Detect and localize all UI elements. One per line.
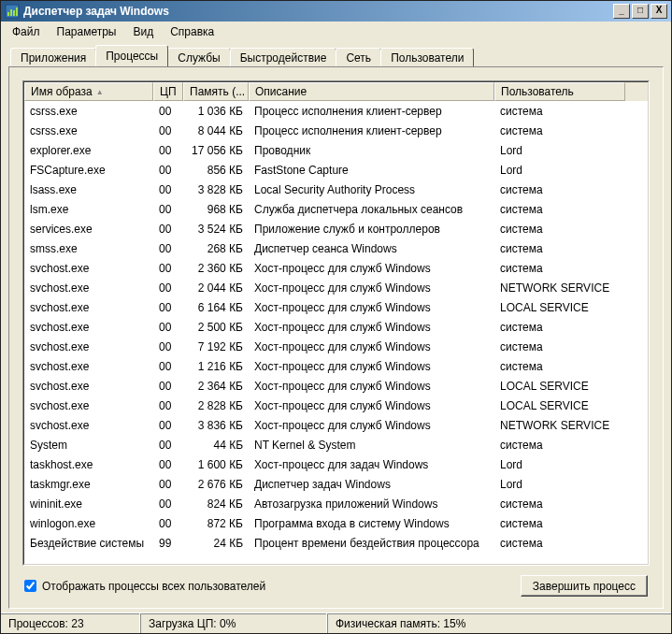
table-row[interactable]: svchost.exe001 216 КБХост-процесс для сл… [24,356,648,376]
cell: Служба диспетчера локальных сеансов [249,203,494,216]
cell: svchost.exe [24,281,153,295]
tab-Процессы[interactable]: Процессы [95,45,168,66]
process-list[interactable]: Имя образаЦППамять (...ОписаниеПользоват… [22,80,650,566]
table-row[interactable]: smss.exe00268 КБДиспетчер сеанса Windows… [24,238,648,258]
table-row[interactable]: svchost.exe002 828 КБХост-процесс для сл… [24,396,648,415]
cell: 00 [153,517,183,530]
status-mem: Физическая память: 15% [328,613,671,633]
cell: система [494,340,625,353]
show-all-users-label: Отображать процессы всех пользователей [42,580,265,593]
end-process-button[interactable]: Завершить процесс [521,575,648,597]
cell: система [494,360,625,373]
cell: 24 КБ [183,537,249,550]
cell: lsm.exe [24,203,153,216]
cell: 00 [153,340,183,353]
cell: 00 [153,399,183,412]
cell: 1 600 КБ [183,458,249,471]
table-row[interactable]: svchost.exe006 164 КБХост-процесс для сл… [24,297,648,317]
menu-файл[interactable]: Файл [5,23,48,40]
table-row[interactable]: svchost.exe003 836 КБХост-процесс для сл… [24,415,648,435]
cell: Local Security Authority Process [249,183,494,196]
table-row[interactable]: winlogon.exe00872 КБПрограмма входа в си… [24,513,648,533]
table-row[interactable]: svchost.exe002 364 КБХост-процесс для сл… [24,376,648,396]
cell: 17 056 КБ [183,144,249,157]
cell: Процесс исполнения клиент-сервер [249,105,494,118]
cell: Диспетчер задач Windows [249,478,494,491]
cell: 2 044 КБ [183,281,249,295]
table-row[interactable]: svchost.exe002 360 КБХост-процесс для сл… [24,258,648,278]
cell: taskmgr.exe [24,478,153,491]
panel-footer: Отображать процессы всех пользователей З… [22,566,650,598]
table-row[interactable]: wininit.exe00824 КБАвтозагрузка приложен… [24,494,648,513]
cell: 3 836 КБ [183,419,249,432]
maximize-button[interactable]: □ [632,4,649,19]
table-row[interactable]: csrss.exe008 044 КБПроцесс исполнения кл… [24,121,648,140]
cell: 00 [153,281,183,295]
cell: FSCapture.exe [24,164,153,177]
table-row[interactable]: svchost.exe007 192 КБХост-процесс для сл… [24,337,648,356]
table-row[interactable]: taskhost.exe001 600 КБХост-процесс для з… [24,454,648,474]
cell: система [494,321,625,334]
cell: система [494,223,625,236]
cell: explorer.exe [24,144,153,157]
col-header[interactable]: Память (... [183,82,249,101]
table-row[interactable]: csrss.exe001 036 КБПроцесс исполнения кл… [24,101,648,121]
table-row[interactable]: lsass.exe003 828 КБLocal Security Author… [24,180,648,199]
table-row[interactable]: taskmgr.exe002 676 КБДиспетчер задач Win… [24,474,648,494]
cell: 00 [153,380,183,393]
cell: 872 КБ [183,517,249,530]
cell: services.exe [24,223,153,236]
menu-параметры[interactable]: Параметры [50,23,124,40]
table-row[interactable]: services.exe003 524 КБПриложение служб и… [24,219,648,238]
list-body[interactable]: csrss.exe001 036 КБПроцесс исполнения кл… [24,101,648,564]
cell: svchost.exe [24,419,153,432]
tab-Сеть[interactable]: Сеть [336,48,381,67]
cell: 00 [153,223,183,236]
table-row[interactable]: lsm.exe00968 КБСлужба диспетчера локальн… [24,199,648,219]
cell: 7 192 КБ [183,340,249,353]
cell: NT Kernel & System [249,439,494,452]
window-title: Диспетчер задач Windows [23,5,613,18]
tab-Пользователи[interactable]: Пользователи [380,48,474,67]
tab-Быстродействие[interactable]: Быстродействие [230,48,337,67]
table-row[interactable]: FSCapture.exe00856 КБFastStone CaptureLo… [24,160,648,180]
show-all-users-checkbox[interactable]: Отображать процессы всех пользователей [24,580,265,593]
cell: winlogon.exe [24,517,153,530]
cell: csrss.exe [24,105,153,118]
cell: LOCAL SERVICE [494,301,625,314]
svg-rect-3 [13,10,15,16]
cell: Lord [494,478,625,491]
minimize-button[interactable]: _ [613,4,630,19]
col-header[interactable]: Описание [249,82,494,101]
tabstrip: ПриложенияПроцессыСлужбыБыстродействиеСе… [8,46,664,66]
cell: 2 676 КБ [183,478,249,491]
col-header[interactable]: Пользователь [494,82,625,101]
menu-справка[interactable]: Справка [163,23,222,40]
cell: 824 КБ [183,497,249,511]
col-header[interactable]: Имя образа [24,82,153,101]
cell: NETWORK SERVICE [494,419,625,432]
window-buttons: _ □ X [613,4,669,19]
table-row[interactable]: svchost.exe002 500 КБХост-процесс для сл… [24,317,648,337]
table-row[interactable]: explorer.exe0017 056 КБПроводникLord [24,140,648,160]
menu-вид[interactable]: Вид [125,23,161,40]
cell: Lord [494,164,625,177]
cell: Диспетчер сеанса Windows [249,242,494,255]
table-row[interactable]: System0044 КБNT Kernel & Systemсистема [24,435,648,454]
cell: 00 [153,124,183,137]
show-all-users-input[interactable] [24,580,36,592]
cell: Хост-процесс для задач Windows [249,458,494,471]
cell: LOCAL SERVICE [494,399,625,412]
cell: 00 [153,301,183,314]
tab-Приложения[interactable]: Приложения [10,48,96,67]
cell: 00 [153,321,183,334]
tab-Службы[interactable]: Службы [167,48,230,67]
col-header[interactable]: ЦП [153,82,183,101]
close-button[interactable]: X [651,4,667,19]
table-row[interactable]: svchost.exe002 044 КБХост-процесс для сл… [24,278,648,297]
table-row[interactable]: Бездействие системы9924 КБПроцент времен… [24,533,648,553]
cell: NETWORK SERVICE [494,281,625,295]
cell: taskhost.exe [24,458,153,471]
tab-panel: Имя образаЦППамять (...ОписаниеПользоват… [8,66,664,609]
cell: csrss.exe [24,124,153,137]
